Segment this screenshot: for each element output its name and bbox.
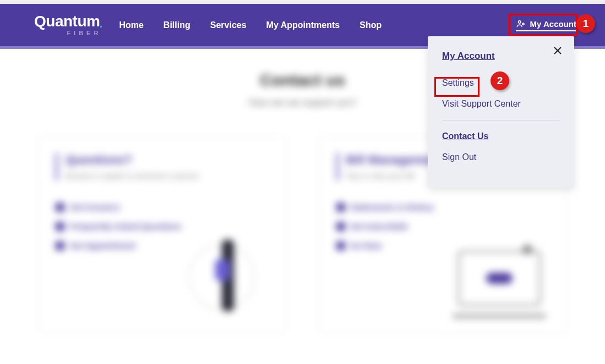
nav-shop[interactable]: Shop	[359, 20, 381, 30]
svg-point-0	[518, 21, 521, 24]
nav-links: Home Billing Services My Appointments Sh…	[119, 20, 381, 30]
nav-services[interactable]: Services	[210, 20, 247, 30]
my-account-label: My Account	[530, 19, 576, 29]
person-illustration	[189, 234, 260, 317]
dropdown-title[interactable]: My Account	[442, 51, 560, 62]
dropdown-support[interactable]: Visit Support Center	[442, 99, 560, 109]
annotation-badge-2: 2	[490, 71, 509, 90]
close-icon[interactable]	[553, 46, 562, 58]
annotation-badge-1: 1	[576, 14, 595, 33]
logo-sub: FIBER	[67, 30, 102, 36]
nav-billing[interactable]: Billing	[163, 20, 190, 30]
card-questions: Questions? Browse or speak to someone in…	[39, 136, 286, 334]
laptop-illustration	[453, 251, 546, 317]
logo[interactable]: Quantum FIBER	[34, 14, 102, 36]
dropdown-contact[interactable]: Contact Us	[442, 131, 560, 141]
dropdown-signout[interactable]: Sign Out	[442, 152, 560, 162]
dropdown-divider	[442, 120, 560, 120]
user-gear-icon	[516, 19, 526, 29]
nav-appointments[interactable]: My Appointments	[266, 20, 340, 30]
nav-home[interactable]: Home	[119, 20, 143, 30]
account-dropdown: My Account Settings Visit Support Center…	[428, 36, 574, 187]
my-account-button[interactable]: My Account	[516, 19, 576, 31]
logo-main: Quantum	[34, 14, 102, 29]
